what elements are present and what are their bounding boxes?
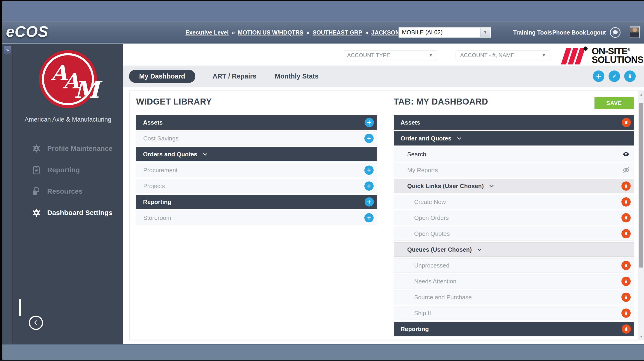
- training-tools-menu[interactable]: Training Tools ▾: [513, 21, 556, 43]
- widget-row-reporting[interactable]: Reporting: [136, 195, 377, 209]
- chevron-down-icon[interactable]: [476, 246, 483, 253]
- dash-row-open-orders[interactable]: Open Orders: [394, 211, 634, 225]
- delete-trash-icon[interactable]: [622, 261, 631, 270]
- dash-row-create-new[interactable]: Create New: [394, 195, 634, 209]
- dashboard-tab-title: TAB: MY DASHBOARD: [394, 97, 488, 107]
- settings-panel: WIDGET LIBRARY TAB: MY DASHBOARD SAVE As…: [130, 90, 638, 340]
- row-label: Quick Links (User Chosen): [407, 183, 484, 190]
- widget-row-assets[interactable]: Assets: [136, 115, 377, 130]
- scrollbar-thumb[interactable]: [639, 103, 643, 268]
- onsite-line2: SOLUTIONS: [592, 55, 643, 64]
- logout-link[interactable]: Logout: [586, 21, 606, 43]
- breadcrumb-link-southeast-grp[interactable]: SOUTHEAST GRP: [312, 29, 362, 36]
- location-select[interactable]: MOBILE (AL02) ▼: [398, 27, 491, 38]
- breadcrumb-separator: »: [306, 29, 310, 36]
- breadcrumb-link-motion-us[interactable]: MOTION US W/HDQTRS: [238, 29, 304, 36]
- breadcrumb: Executive Level » MOTION US W/HDQTRS » S…: [186, 21, 422, 43]
- dash-row-needs-attention[interactable]: Needs Attention: [394, 274, 634, 289]
- row-label: Assets: [143, 119, 162, 126]
- dash-row-my-reports[interactable]: My Reports: [394, 163, 634, 177]
- dash-row-assets[interactable]: Assets: [394, 115, 634, 130]
- widget-library-list: Assets Cost Savings Orders and Quotes Pr…: [136, 115, 377, 227]
- dash-row-source-and-purchase[interactable]: Source and Purchase: [394, 290, 634, 304]
- add-icon[interactable]: [364, 181, 374, 191]
- eye-hidden-icon[interactable]: [621, 166, 631, 174]
- gear-icon: [32, 208, 41, 218]
- delete-trash-icon[interactable]: [622, 213, 631, 222]
- vertical-scrollbar[interactable]: ▲ ▼: [638, 90, 644, 340]
- widget-row-procurement[interactable]: Procurement: [136, 163, 377, 177]
- sidebar-back-button[interactable]: [29, 316, 43, 330]
- sidebar-item-dashboard-settings[interactable]: Dashboard Settings: [13, 202, 123, 223]
- chevron-down-icon[interactable]: [456, 135, 462, 142]
- window-frame-left: [0, 0, 2, 361]
- delete-trash-icon[interactable]: [622, 181, 631, 191]
- add-icon[interactable]: [364, 134, 374, 143]
- chevron-down-icon[interactable]: [488, 183, 495, 189]
- ecos-logo[interactable]: eCOS: [6, 23, 48, 40]
- delete-trash-icon[interactable]: [622, 293, 631, 302]
- sidebar-item-label: Reporting: [47, 166, 80, 174]
- window-frame-bottom: [0, 360, 644, 361]
- eye-visible-icon[interactable]: [621, 150, 631, 158]
- account-type-select[interactable]: ACCOUNT TYPE ▼: [344, 50, 436, 60]
- breadcrumb-link-executive-level[interactable]: Executive Level: [186, 29, 229, 36]
- add-icon[interactable]: [364, 197, 374, 207]
- aam-logo-letter: M: [74, 78, 100, 101]
- sidebar-item-resources[interactable]: Resources: [13, 180, 123, 202]
- dash-row-search[interactable]: Search: [394, 147, 634, 161]
- save-button[interactable]: SAVE: [594, 97, 634, 109]
- dash-row-open-quotes[interactable]: Open Quotes: [394, 227, 634, 241]
- sidebar: A A M American Axle & Manufacturing Prof…: [13, 43, 123, 344]
- sidebar-item-profile-maintenance[interactable]: Profile Maintenance: [13, 138, 123, 159]
- delete-trash-icon[interactable]: [622, 197, 631, 207]
- dash-row-quick-links[interactable]: Quick Links (User Chosen): [394, 179, 634, 193]
- dash-row-unprocessed[interactable]: Unprocessed: [394, 258, 634, 273]
- widget-row-orders-and-quotes[interactable]: Orders and Quotes: [136, 147, 377, 161]
- tab-art-repairs[interactable]: ART / Repairs: [212, 66, 256, 87]
- sidebar-menu: Profile Maintenance Reporting Resources …: [13, 138, 123, 223]
- row-label: Source and Purchase: [414, 294, 472, 301]
- add-icon[interactable]: [364, 118, 374, 127]
- user-avatar[interactable]: [630, 26, 640, 38]
- clipboard-icon: [32, 165, 41, 175]
- delete-trash-icon[interactable]: [622, 324, 631, 334]
- tab-my-dashboard[interactable]: My Dashboard: [129, 70, 195, 83]
- dash-row-order-and-quotes[interactable]: Order and Quotes: [394, 131, 634, 145]
- add-tab-button[interactable]: [593, 70, 604, 82]
- edit-tab-button[interactable]: [608, 70, 620, 82]
- sidebar-item-label: Resources: [47, 187, 82, 195]
- widget-row-storeroom[interactable]: Storeroom: [136, 211, 377, 225]
- chevron-down-icon[interactable]: [202, 151, 208, 157]
- tab-monthly-stats[interactable]: Monthly Stats: [275, 66, 318, 87]
- speech-bubble-icon[interactable]: [610, 27, 620, 38]
- dropdown-arrow-icon[interactable]: ▼: [480, 28, 490, 37]
- sidebar-item-reporting[interactable]: Reporting: [13, 159, 123, 180]
- delete-trash-icon[interactable]: [622, 229, 631, 238]
- aam-logo: A A M: [39, 50, 97, 108]
- dash-row-reporting[interactable]: Reporting: [394, 322, 634, 336]
- delete-tab-button[interactable]: [624, 70, 636, 82]
- row-label: Needs Attention: [414, 278, 456, 285]
- row-label: Open Orders: [414, 214, 449, 222]
- widget-row-cost-savings[interactable]: Cost Savings: [136, 131, 377, 145]
- dash-row-queues[interactable]: Queues (User Chosen): [394, 242, 634, 257]
- scroll-up-icon[interactable]: ▲: [638, 91, 644, 97]
- onsite-solutions-logo: ON-SITE® SOLUTIONS: [561, 46, 643, 64]
- delete-trash-icon[interactable]: [622, 309, 631, 318]
- account-placeholder: ACCOUNT - #, NAME: [460, 52, 514, 58]
- dash-row-ship-it[interactable]: Ship It: [394, 306, 634, 320]
- delete-trash-icon[interactable]: [622, 277, 631, 286]
- delete-trash-icon[interactable]: [622, 118, 631, 127]
- sidebar-item-label: Dashboard Settings: [47, 209, 112, 217]
- widget-row-projects[interactable]: Projects: [136, 179, 377, 193]
- row-label: Open Quotes: [414, 230, 450, 237]
- add-icon[interactable]: [364, 166, 374, 175]
- account-number-name-select[interactable]: ACCOUNT - #, NAME ▼: [457, 50, 549, 60]
- add-icon[interactable]: [364, 213, 374, 222]
- expand-sidebar-icon[interactable]: »: [4, 45, 11, 54]
- org-name: American Axle & Manufacturing: [13, 116, 123, 123]
- scroll-down-icon[interactable]: ▼: [638, 333, 644, 339]
- row-label: Reporting: [400, 326, 429, 333]
- phone-book-link[interactable]: Phone Book: [552, 21, 586, 43]
